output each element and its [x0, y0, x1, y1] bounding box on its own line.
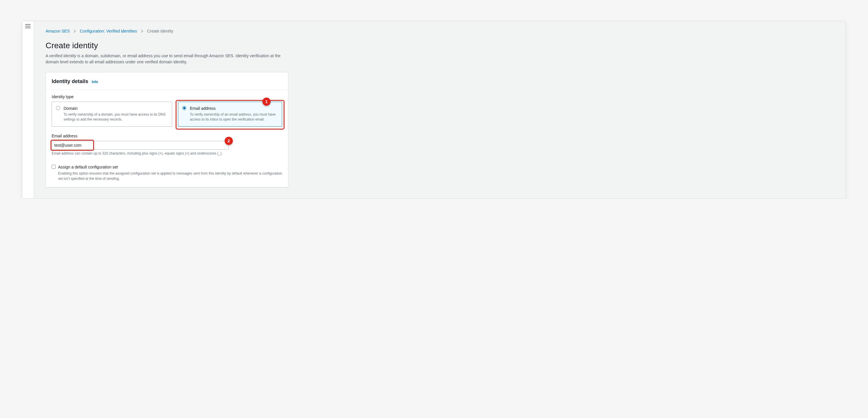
- hamburger-menu-button[interactable]: [22, 21, 34, 31]
- email-tile-desc: To verify ownership of an email address,…: [190, 112, 278, 122]
- email-address-hint: Email address can contain up to 320 char…: [52, 151, 282, 156]
- chevron-right-icon: [71, 28, 79, 34]
- info-link[interactable]: Info: [92, 80, 98, 84]
- identity-type-domain-radio[interactable]: [56, 106, 60, 110]
- identity-type-domain-tile[interactable]: Domain To verify ownership of a domain, …: [52, 102, 172, 127]
- assign-config-set-desc: Enabling this option ensures that the as…: [58, 171, 282, 181]
- identity-type-email-radio[interactable]: [182, 106, 186, 110]
- page-subtitle: A verified identity is a domain, subdoma…: [45, 53, 288, 65]
- breadcrumb-link-amazon-ses[interactable]: Amazon SES: [45, 29, 70, 33]
- breadcrumb-link-verified-identities[interactable]: Configuration: Verified identities: [80, 29, 137, 33]
- panel-title: Identity details: [52, 78, 88, 85]
- chevron-right-icon: [138, 28, 146, 34]
- domain-tile-desc: To verify ownership of a domain, you mus…: [64, 112, 168, 122]
- hamburger-icon: [25, 24, 30, 28]
- assign-config-set-checkbox[interactable]: [52, 165, 56, 169]
- email-tile-title: Email address: [190, 106, 278, 112]
- assign-config-set-label: Assign a default configuration set: [58, 164, 118, 170]
- identity-type-email-tile[interactable]: Email address To verify ownership of an …: [178, 102, 282, 127]
- email-address-input[interactable]: [52, 141, 229, 150]
- identity-details-panel: Identity details Info Identity type Doma…: [45, 72, 288, 187]
- breadcrumb: Amazon SES Configuration: Verified ident…: [45, 28, 288, 34]
- domain-tile-title: Domain: [64, 106, 168, 112]
- console-content-frame: Amazon SES Configuration: Verified ident…: [22, 21, 846, 199]
- main-scroll-area[interactable]: Amazon SES Configuration: Verified ident…: [34, 21, 846, 199]
- page-title: Create identity: [45, 39, 288, 52]
- email-address-label: Email address: [52, 133, 282, 139]
- collapsed-sidebar: [22, 21, 34, 199]
- breadcrumb-current: Create identity: [147, 29, 173, 33]
- identity-type-label: Identity type: [52, 94, 282, 100]
